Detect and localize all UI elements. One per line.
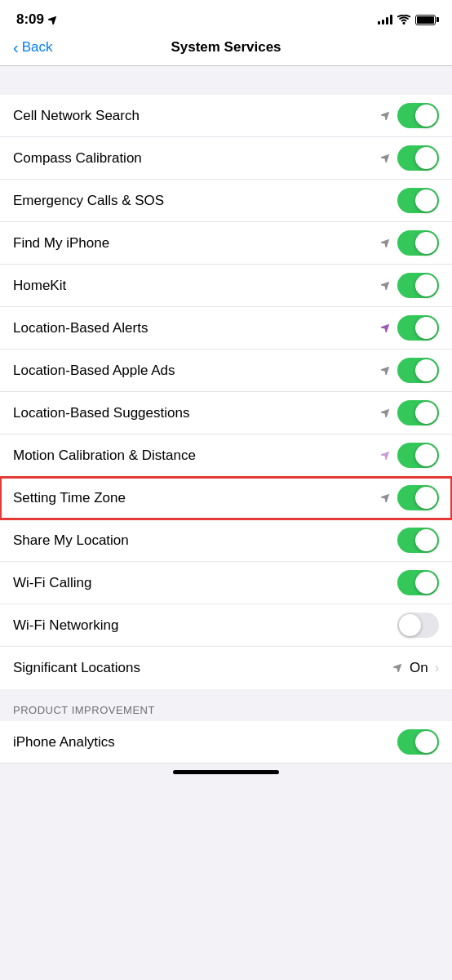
- toggle-location-based-apple-ads[interactable]: [397, 358, 439, 383]
- row-label-location-based-apple-ads: Location-Based Apple Ads: [13, 363, 381, 379]
- status-time: 8:09: [16, 11, 58, 28]
- toggle-knob-cell-network-search: [415, 105, 437, 127]
- location-arrow-icon-setting-time-zone: [381, 491, 391, 506]
- toggle-knob-location-based-suggestions: [415, 402, 437, 424]
- time-display: 8:09: [16, 11, 44, 28]
- toggle-location-based-suggestions[interactable]: [397, 400, 439, 425]
- row-right-location-based-apple-ads: [381, 358, 439, 383]
- row-label-cell-network-search: Cell Network Search: [13, 108, 381, 124]
- scroll-indicator: [0, 764, 452, 777]
- toggle-knob-find-my-iphone: [415, 232, 437, 254]
- location-arrow-icon-location-based-suggestions: [381, 406, 391, 421]
- row-label-motion-calibration: Motion Calibration & Distance: [13, 448, 381, 464]
- toggle-knob-compass-calibration: [415, 147, 437, 169]
- svg-marker-6: [381, 323, 391, 332]
- svg-marker-9: [381, 450, 391, 460]
- toggle-emergency-calls[interactable]: [397, 188, 439, 213]
- back-label: Back: [22, 39, 53, 56]
- row-right-share-my-location: [397, 528, 439, 553]
- iphone-analytics-toggle[interactable]: [397, 729, 439, 755]
- toggle-location-based-alerts[interactable]: [397, 315, 439, 341]
- signal-icon: [378, 15, 392, 24]
- row-right-significant-locations: On›: [393, 660, 439, 676]
- location-arrow-icon-cell-network-search: [381, 109, 391, 123]
- location-arrow-icon-compass-calibration: [381, 151, 391, 166]
- row-right-location-based-suggestions: [381, 400, 439, 425]
- row-right-emergency-calls: [397, 188, 439, 213]
- location-arrow-icon: [48, 15, 58, 24]
- row-right-find-my-iphone: [381, 230, 439, 256]
- toggle-knob-emergency-calls: [415, 189, 437, 212]
- settings-row-cell-network-search[interactable]: Cell Network Search: [0, 95, 452, 137]
- wifi-icon: [397, 15, 410, 24]
- settings-row-wifi-calling[interactable]: Wi-Fi Calling: [0, 562, 452, 604]
- status-bar: 8:09: [0, 0, 452, 33]
- iphone-analytics-row[interactable]: iPhone Analytics: [0, 721, 452, 764]
- toggle-share-my-location[interactable]: [397, 528, 439, 553]
- row-label-location-based-alerts: Location-Based Alerts: [13, 320, 381, 336]
- toggle-find-my-iphone[interactable]: [397, 230, 439, 256]
- toggle-wifi-calling[interactable]: [397, 570, 439, 595]
- svg-marker-10: [381, 492, 391, 502]
- settings-row-motion-calibration[interactable]: Motion Calibration & Distance: [0, 434, 452, 477]
- svg-marker-5: [381, 280, 391, 290]
- row-label-setting-time-zone: Setting Time Zone: [13, 490, 381, 506]
- row-right-motion-calibration: [381, 443, 439, 468]
- svg-marker-11: [393, 662, 403, 672]
- section-gap: [0, 66, 452, 95]
- toggle-knob-wifi-networking: [399, 614, 421, 636]
- row-right-wifi-networking: [397, 612, 439, 638]
- toggle-cell-network-search[interactable]: [397, 103, 439, 128]
- location-arrow-icon-location-based-alerts: [381, 321, 391, 336]
- location-arrow-icon-significant-locations: [393, 661, 403, 675]
- status-icons: [378, 15, 436, 25]
- toggle-knob-setting-time-zone: [415, 487, 437, 509]
- toggle-knob-location-based-apple-ads: [415, 359, 437, 381]
- svg-marker-3: [381, 153, 391, 163]
- location-arrow-icon-location-based-apple-ads: [381, 363, 391, 378]
- settings-row-share-my-location[interactable]: Share My Location: [0, 519, 452, 562]
- row-label-homekit: HomeKit: [13, 278, 381, 294]
- back-chevron-icon: ‹: [13, 39, 19, 56]
- settings-row-emergency-calls[interactable]: Emergency Calls & SOS: [0, 180, 452, 222]
- toggle-knob-location-based-alerts: [415, 317, 437, 339]
- row-label-significant-locations: Significant Locations: [13, 660, 393, 676]
- row-right-homekit: [381, 273, 439, 298]
- toggle-compass-calibration[interactable]: [397, 145, 439, 171]
- row-right-location-based-alerts: [381, 315, 439, 341]
- location-arrow-icon-homekit: [381, 278, 391, 293]
- settings-row-setting-time-zone[interactable]: Setting Time Zone: [0, 477, 452, 519]
- scroll-bar: [173, 770, 279, 774]
- row-label-wifi-calling: Wi-Fi Calling: [13, 575, 397, 591]
- settings-row-wifi-networking[interactable]: Wi-Fi Networking: [0, 604, 452, 647]
- row-right-wifi-calling: [397, 570, 439, 595]
- row-right-compass-calibration: [381, 145, 439, 171]
- row-label-wifi-networking: Wi-Fi Networking: [13, 617, 397, 634]
- svg-marker-0: [48, 15, 58, 24]
- settings-row-location-based-suggestions[interactable]: Location-Based Suggestions: [0, 392, 452, 434]
- toggle-motion-calibration[interactable]: [397, 443, 439, 468]
- toggle-setting-time-zone[interactable]: [397, 485, 439, 510]
- toggle-wifi-networking[interactable]: [397, 612, 439, 638]
- settings-row-compass-calibration[interactable]: Compass Calibration: [0, 137, 452, 180]
- nav-bar: ‹ Back System Services: [0, 33, 452, 66]
- settings-row-homekit[interactable]: HomeKit: [0, 265, 452, 307]
- svg-marker-7: [381, 365, 391, 375]
- row-label-location-based-suggestions: Location-Based Suggestions: [13, 405, 381, 421]
- toggle-knob-homekit: [415, 274, 437, 296]
- location-arrow-icon-motion-calibration: [381, 448, 391, 463]
- row-right-cell-network-search: [381, 103, 439, 128]
- svg-point-1: [403, 22, 405, 24]
- back-button[interactable]: ‹ Back: [13, 39, 52, 56]
- settings-row-location-based-apple-ads[interactable]: Location-Based Apple Ads: [0, 350, 452, 392]
- settings-row-significant-locations[interactable]: Significant LocationsOn›: [0, 647, 452, 689]
- row-label-find-my-iphone: Find My iPhone: [13, 235, 381, 252]
- section-header-product-improvement: PRODUCT IMPROVEMENT: [0, 689, 452, 721]
- settings-row-location-based-alerts[interactable]: Location-Based Alerts: [0, 307, 452, 350]
- settings-row-find-my-iphone[interactable]: Find My iPhone: [0, 222, 452, 265]
- toggle-homekit[interactable]: [397, 273, 439, 298]
- toggle-knob-wifi-calling: [415, 572, 437, 594]
- toggle-knob-share-my-location: [415, 529, 437, 551]
- svg-marker-4: [381, 238, 391, 247]
- page-title: System Services: [171, 39, 281, 56]
